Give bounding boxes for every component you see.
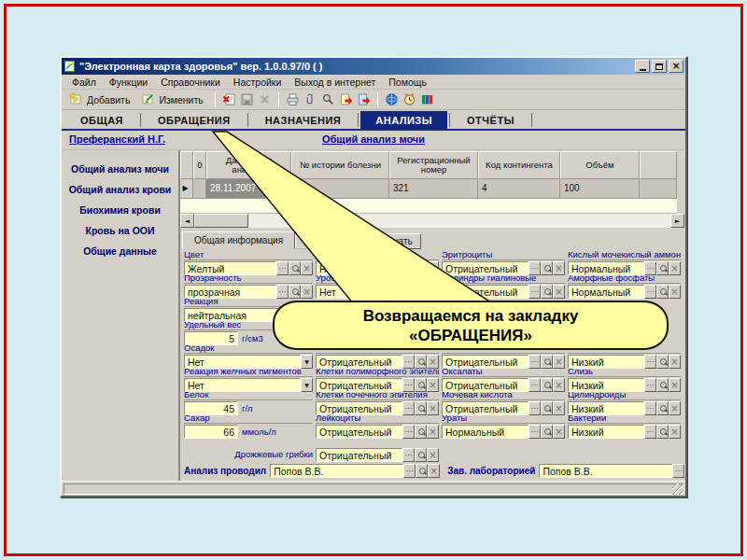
lookup-dots-button[interactable] — [644, 285, 656, 299]
field-unnamed — [316, 436, 439, 462]
field-input[interactable] — [316, 285, 439, 299]
field-value-row — [442, 285, 565, 299]
edit-button-label: Изменить — [159, 94, 203, 105]
lookup-dots-button[interactable] — [672, 464, 684, 478]
patient-link[interactable]: Преферанский Н.Г. — [69, 133, 165, 145]
field-input[interactable] — [568, 425, 644, 439]
lookup-search-button[interactable] — [656, 425, 669, 439]
lookup-search-button[interactable] — [541, 425, 553, 439]
lookup-search-button[interactable] — [656, 285, 669, 299]
menu-item-1[interactable]: Функции — [103, 77, 154, 88]
delete-note-icon[interactable] — [221, 91, 237, 107]
internet-icon[interactable] — [384, 91, 400, 107]
field-label: Белок — [184, 389, 313, 400]
lookup-search-button[interactable] — [684, 464, 685, 478]
lookup-search-button[interactable] — [541, 285, 553, 299]
lab-head-label: Зав. лабораторией — [447, 466, 535, 476]
menu-item-3[interactable]: Настройки — [227, 77, 289, 88]
field-label: Прозрачность — [184, 273, 313, 284]
field-input[interactable] — [568, 285, 644, 299]
clock-icon[interactable] — [402, 91, 417, 107]
clear-button[interactable] — [428, 464, 440, 478]
close-button[interactable]: × — [669, 60, 684, 73]
sidebar-item-5[interactable]: Общие данные — [62, 242, 178, 262]
export-data-icon[interactable] — [356, 91, 372, 107]
title-bar[interactable]: "Электронная карта здоровья" вер. 1.0.0.… — [62, 58, 685, 75]
analyst-input[interactable] — [270, 464, 403, 478]
clear-button[interactable] — [669, 285, 681, 299]
clear-button[interactable] — [553, 425, 565, 439]
field-аморфные-фосфаты: Аморфные фосфаты — [568, 273, 681, 299]
save-icon[interactable] — [239, 91, 255, 107]
menu-item-0[interactable]: Файл — [65, 77, 103, 88]
maximize-icon — [655, 63, 663, 70]
resize-grip[interactable] — [672, 483, 684, 495]
menu-item-2[interactable]: Справочники — [154, 77, 227, 88]
minimize-icon — [640, 69, 646, 71]
field-цвет: Цвет — [184, 249, 313, 275]
field-label: Уробилин — [316, 273, 439, 284]
field-label: Сахар — [184, 413, 313, 424]
field-input[interactable] — [442, 425, 529, 439]
field-бактерии: Бактерии — [568, 413, 681, 439]
search-icon[interactable] — [320, 91, 336, 107]
callout-balloon: Возвращаемся на закладку «ОБРАЩЕНИЯ» — [273, 301, 669, 350]
field-слизь: Слизь — [568, 366, 681, 392]
field-label: Клетки почечного эпителия — [316, 389, 439, 400]
edit-icon — [140, 91, 156, 107]
tab-2[interactable]: ОБРАЩЕНИЯ — [143, 111, 246, 129]
lookup-dots-button[interactable] — [403, 464, 416, 478]
toolbar-separator — [215, 92, 216, 107]
field-клетки-почечного-эпителия: Клетки почечного эпителия — [316, 389, 439, 415]
lookup-search-button[interactable] — [415, 448, 427, 462]
field-оксалаты: Оксалаты — [442, 366, 565, 392]
analysis-link[interactable]: Общий анализ мочи — [322, 133, 425, 145]
exit-icon[interactable] — [419, 91, 435, 107]
minimize-button[interactable] — [635, 60, 650, 73]
sidebar-item-2[interactable]: Общий анализ крови — [62, 180, 178, 201]
window-title: "Электронная карта здоровья" вер. 1.0.0.… — [79, 61, 635, 72]
tab-1[interactable]: ОБЩАЯ — [65, 111, 138, 129]
clear-button[interactable] — [553, 285, 565, 299]
lookup-search-button[interactable] — [416, 464, 428, 478]
field-кислый-мочекислый-аммоний: Кислый мочекислый аммоний — [568, 249, 681, 275]
sidebar-item-4[interactable]: Кровь на ООИ — [62, 221, 178, 242]
toolbar-separator — [377, 92, 378, 107]
lab-head-input[interactable] — [539, 464, 672, 478]
menu-item-5[interactable]: Помощь — [382, 77, 433, 88]
export-doc-icon[interactable] — [338, 91, 354, 107]
add-button[interactable]: Добавить — [65, 91, 135, 108]
print-icon[interactable] — [285, 91, 301, 107]
field-ацетон: Ацетон — [316, 249, 439, 275]
maximize-button[interactable] — [652, 60, 667, 73]
field-input[interactable] — [442, 285, 529, 299]
field-белок: Белокг/л — [184, 389, 313, 415]
tab-4[interactable]: АНАЛИЗЫ — [360, 111, 447, 129]
window-controls: × — [635, 60, 684, 73]
attachment-icon[interactable] — [303, 91, 318, 107]
add-icon — [68, 91, 84, 107]
lookup-dots-button[interactable] — [529, 285, 541, 299]
field-label: Клетки полиморфного эпителия — [316, 366, 439, 377]
field-label: Цилиндры гиалиновые — [442, 273, 565, 284]
sidebar-item-3[interactable]: Биохимия крови — [62, 201, 178, 221]
clear-button[interactable] — [669, 425, 681, 439]
callout-text-line1: Возвращаемся на закладку — [363, 306, 579, 326]
lookup-dots-button[interactable] — [529, 425, 541, 439]
field-value-row — [442, 425, 565, 439]
tab-5[interactable]: ОТЧЁТЫ — [452, 111, 529, 129]
field-сахар: Сахарммоль/л — [184, 413, 313, 439]
field-input[interactable] — [316, 448, 402, 462]
clear-button[interactable] — [427, 448, 439, 462]
sidebar-item-1[interactable]: Общий анализ мочи — [62, 160, 178, 180]
field-label: Бактерии — [568, 413, 681, 424]
menu-item-4[interactable]: Выход в интернет — [288, 77, 382, 88]
lookup-dots-button[interactable] — [402, 448, 415, 462]
delete-icon[interactable] — [257, 91, 273, 107]
field-label: Кислый мочекислый аммоний — [568, 249, 681, 260]
lookup-dots-button[interactable] — [644, 425, 656, 439]
tab-3[interactable]: НАЗНАЧЕНИЯ — [250, 111, 357, 129]
links-row: Преферанский Н.Г. Общий анализ мочи — [62, 131, 685, 150]
edit-button[interactable]: Изменить — [137, 91, 208, 108]
field-лейкоциты: Лейкоциты — [316, 413, 439, 439]
